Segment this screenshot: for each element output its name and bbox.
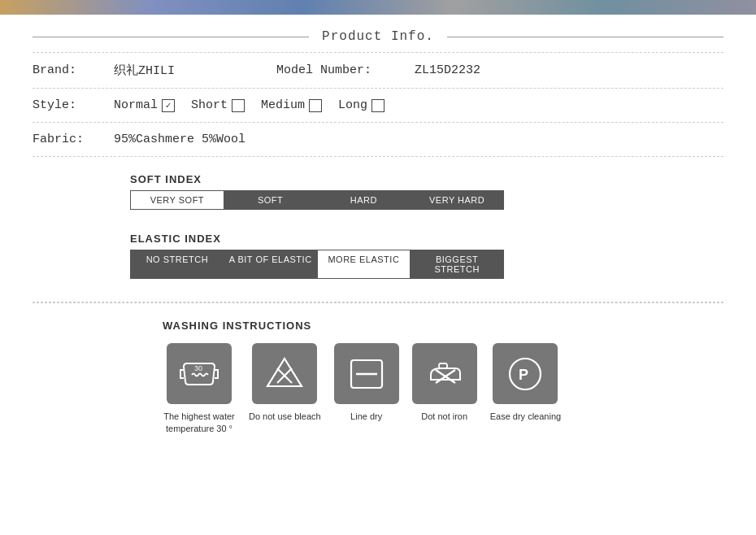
elastic-cell-more-elastic: MORE ELASTIC xyxy=(318,250,411,278)
washing-block: WASHING INSTRUCTIONS 30 The highest wate… xyxy=(33,302,723,460)
style-options: Normal Short Medium Long xyxy=(114,98,385,112)
fabric-label: Fabric: xyxy=(33,133,106,146)
top-banner xyxy=(0,0,756,15)
model-value: ZL15D2232 xyxy=(415,63,480,77)
line-dry-label: Line dry xyxy=(350,411,382,423)
brand-model-row: Brand: 织礼ZHILI Model Number: ZL15D2232 xyxy=(33,52,723,89)
style-option-normal: Normal xyxy=(114,98,175,112)
fabric-value: 95%Cashmere 5%Wool xyxy=(114,133,245,146)
elastic-index-block: ELASTIC INDEX NO STRETCH A BIT OF ELASTI… xyxy=(0,233,756,302)
dry-cleaning-icon: P xyxy=(503,352,547,396)
elastic-index-title: ELASTIC INDEX xyxy=(130,233,723,245)
no-bleach-icon-box xyxy=(252,343,317,404)
section-title: Product Info. xyxy=(309,29,447,44)
brand-label: Brand: xyxy=(33,63,106,77)
model-label: Model Number: xyxy=(276,63,406,77)
info-block: Brand: 织礼ZHILI Model Number: ZL15D2232 S… xyxy=(0,52,756,157)
svg-text:P: P xyxy=(519,367,528,383)
soft-index-block: SOFT INDEX VERY SOFT SOFT HARD VERY HARD xyxy=(0,157,756,233)
elastic-index-bar: NO STRETCH A BIT OF ELASTIC MORE ELASTIC… xyxy=(130,250,504,279)
style-option-medium: Medium xyxy=(261,98,322,112)
svg-text:30: 30 xyxy=(194,364,202,372)
svg-rect-6 xyxy=(439,363,447,368)
style-label: Style: xyxy=(33,98,106,112)
style-name-long: Long xyxy=(338,98,367,112)
style-name-normal: Normal xyxy=(114,98,158,112)
style-name-medium: Medium xyxy=(261,98,305,112)
soft-cell-hard: HARD xyxy=(318,191,411,209)
dry-cleaning-label: Ease dry cleaning xyxy=(490,411,561,423)
title-line-right xyxy=(447,37,723,37)
soft-cell-very-hard: VERY HARD xyxy=(411,191,503,209)
washing-item-no-iron: Dot not iron xyxy=(412,343,477,423)
brand-value: 织礼ZHILI xyxy=(114,63,276,78)
soft-cell-very-soft: VERY SOFT xyxy=(131,191,224,209)
washing-item-dry-cleaning: P Ease dry cleaning xyxy=(490,343,561,423)
washing-icons: 30 The highest water temperature 30 ° Do… xyxy=(163,343,691,436)
washing-item-no-bleach: Do not use bleach xyxy=(249,343,321,423)
water30-icon: 30 xyxy=(177,352,221,396)
dry-cleaning-icon-box: P xyxy=(493,343,558,404)
no-iron-icon-box xyxy=(412,343,477,404)
no-bleach-icon xyxy=(263,352,306,396)
soft-index-bar: VERY SOFT SOFT HARD VERY HARD xyxy=(130,190,504,210)
title-line-left xyxy=(33,37,309,37)
soft-cell-soft: SOFT xyxy=(224,191,318,209)
checkbox-short[interactable] xyxy=(232,99,245,112)
elastic-cell-no-stretch: NO STRETCH xyxy=(131,250,224,278)
no-bleach-label: Do not use bleach xyxy=(249,411,321,423)
washing-item-line-dry: Line dry xyxy=(334,343,399,423)
checkbox-medium[interactable] xyxy=(309,99,322,112)
washing-title: WASHING INSTRUCTIONS xyxy=(163,320,691,332)
soft-index-title: SOFT INDEX xyxy=(130,173,723,185)
checkbox-long[interactable] xyxy=(371,99,385,112)
line-dry-icon-box xyxy=(334,343,399,404)
water30-icon-box: 30 xyxy=(167,343,232,404)
style-option-short: Short xyxy=(191,98,245,112)
svg-marker-1 xyxy=(267,359,302,386)
style-option-long: Long xyxy=(338,98,385,112)
elastic-cell-biggest-stretch: BIGGEST STRETCH xyxy=(411,250,503,278)
style-row: Style: Normal Short Medium Long xyxy=(33,89,723,123)
section-title-row: Product Info. xyxy=(0,15,756,52)
fabric-row: Fabric: 95%Cashmere 5%Wool xyxy=(33,123,723,157)
line-dry-icon xyxy=(345,352,389,396)
no-iron-label: Dot not iron xyxy=(421,411,467,423)
water30-label: The highest water temperature 30 ° xyxy=(163,411,236,436)
washing-item-water30: 30 The highest water temperature 30 ° xyxy=(163,343,236,436)
checkbox-normal[interactable] xyxy=(162,99,175,112)
elastic-cell-bit-elastic: A BIT OF ELASTIC xyxy=(224,250,318,278)
no-iron-icon xyxy=(423,352,467,396)
style-name-short: Short xyxy=(191,98,228,112)
